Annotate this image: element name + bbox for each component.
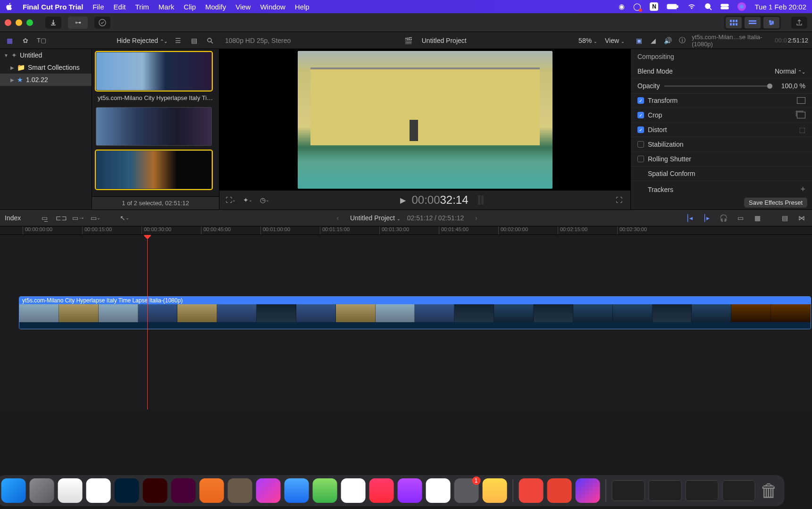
menu-clip[interactable]: Clip [184, 3, 196, 11]
retime-tool-icon[interactable]: ◷ ⌄ [259, 194, 270, 206]
checkbox-icon[interactable] [637, 97, 644, 104]
disclosure-icon[interactable]: ▶ [10, 77, 14, 83]
dock-music[interactable] [369, 478, 393, 503]
save-effects-preset-button[interactable]: Save Effects Preset [744, 198, 807, 208]
add-tracker-icon[interactable]: + [800, 184, 805, 194]
select-tool-icon[interactable]: ↖ ⌄ [119, 212, 130, 224]
checkbox-icon[interactable] [637, 156, 644, 162]
apple-icon[interactable] [6, 3, 13, 10]
info-inspector-icon[interactable]: ⓘ [678, 35, 687, 46]
enhance-tool-icon[interactable]: ✦ ⌄ [242, 194, 253, 206]
color-inspector-icon[interactable]: ◢ [649, 35, 659, 46]
dock-minimized-window[interactable] [648, 480, 681, 501]
keyword-button[interactable]: ⊶ [68, 17, 88, 29]
spotlight-icon[interactable] [704, 3, 712, 10]
dock-maps[interactable] [312, 478, 337, 503]
play-button[interactable]: ▶ [400, 196, 406, 205]
clip-thumbnail[interactable] [96, 107, 212, 146]
timeline-body[interactable]: yt5s.com-Milano City Hyperlapse Italy Ti… [0, 235, 812, 409]
dock-notes[interactable] [482, 478, 507, 503]
index-button[interactable]: Index [5, 214, 21, 222]
blend-mode-value[interactable]: Normal ⌃⌄ [775, 67, 805, 75]
effects-browser-icon[interactable]: ▦ [752, 212, 763, 224]
inspector-toggle[interactable] [763, 17, 779, 28]
insert-clip-icon[interactable]: ⊏⊐ [56, 212, 67, 224]
battery-icon[interactable] [667, 3, 679, 10]
wifi-icon[interactable] [687, 3, 696, 10]
checkbox-icon[interactable] [637, 141, 644, 148]
dock-launchpad[interactable] [29, 478, 54, 503]
import-button[interactable] [45, 17, 61, 29]
transitions-browser-icon[interactable]: ⋈ [796, 212, 807, 224]
dock-finder[interactable] [1, 478, 25, 503]
dock-anydesk[interactable] [519, 478, 543, 503]
dock-messenger[interactable] [256, 478, 280, 503]
opacity-slider[interactable] [664, 85, 772, 87]
timeline-appearance-icon[interactable]: ▤ [779, 212, 790, 224]
video-inspector-icon[interactable]: ▣ [634, 35, 644, 46]
clapperboard-icon[interactable]: 🎬 [403, 35, 414, 46]
dock-todoist[interactable] [547, 478, 571, 503]
dock-minimized-window[interactable] [611, 480, 645, 501]
inspector-row-rolling-shutter[interactable]: Rolling Shutter [631, 152, 812, 167]
timeline-back-icon[interactable]: ‹ [332, 212, 343, 224]
disclosure-icon[interactable]: ▼ [4, 53, 8, 58]
app-name[interactable]: Final Cut Pro Trial [23, 3, 83, 11]
dock-safari[interactable] [58, 478, 82, 503]
timeline-toggle[interactable] [745, 17, 761, 28]
overwrite-clip-icon[interactable]: ▭ ⌄ [90, 212, 101, 224]
timeline-ruler[interactable]: 00:00:00:0000:00:15:0000:00:30:0000:00:4… [0, 226, 812, 235]
inspector-row-spatial[interactable]: Spatial Conform [631, 167, 812, 181]
timeline-project-name[interactable]: Untitled Project ⌄ [350, 214, 401, 222]
creative-cloud-icon[interactable]: ◯ [633, 2, 641, 11]
titles-icon[interactable]: T▢ [36, 35, 47, 46]
view-menu[interactable]: View ⌄ [605, 37, 625, 44]
checkbox-icon[interactable] [637, 126, 644, 133]
share-button[interactable] [791, 17, 807, 29]
opacity-value[interactable]: 100,0 % [777, 82, 805, 90]
control-center-icon[interactable] [720, 4, 729, 9]
dock-photoshop[interactable] [114, 478, 139, 503]
close-window[interactable] [5, 19, 11, 26]
siri-icon[interactable] [737, 2, 746, 11]
viewer-zoom[interactable]: 58% ⌄ [578, 37, 597, 44]
notion-icon[interactable]: N [650, 2, 658, 11]
audio-skimming-icon[interactable]: ⎮▸ [701, 212, 712, 224]
dock-minimized-window[interactable] [722, 480, 755, 501]
dock-illustrator[interactable] [142, 478, 167, 503]
playhead[interactable] [147, 235, 148, 409]
disclosure-icon[interactable]: ▶ [10, 65, 14, 70]
inspector-row-trackers[interactable]: Trackers + [631, 181, 812, 195]
rect-icon[interactable] [797, 97, 805, 104]
crop-icon[interactable] [797, 112, 805, 118]
clip-thumbnail[interactable] [96, 150, 212, 189]
connect-clip-icon[interactable]: ▭̲ [39, 212, 50, 224]
distort-icon[interactable]: ⬚ [799, 126, 805, 134]
browser-toggle[interactable] [726, 17, 742, 28]
viewer-timecode[interactable]: 00:0032:14 [411, 193, 468, 207]
inspector-row-transform[interactable]: Transform [631, 93, 812, 108]
clip-appearance-icon[interactable]: ☰ [172, 35, 184, 46]
transform-tool-icon[interactable]: ⛶ ⌄ [225, 194, 236, 206]
viewer-canvas[interactable] [219, 49, 630, 191]
menu-help[interactable]: Help [295, 3, 310, 11]
inspector-row-crop[interactable]: Crop [631, 108, 812, 123]
sidebar-item-smart[interactable]: ▶ 📁 Smart Collections [0, 61, 92, 74]
dock-finalcut[interactable] [575, 478, 600, 503]
audio-inspector-icon[interactable]: 🔊 [663, 35, 673, 46]
clip-thumbnail[interactable] [96, 52, 212, 91]
menubar-clock[interactable]: Tue 1 Feb 20:02 [754, 3, 806, 11]
dock-photos[interactable] [341, 478, 365, 503]
append-clip-icon[interactable]: ▭→ [73, 212, 84, 224]
photos-media-icon[interactable]: ✿ [20, 35, 31, 46]
inspector-row-stabilization[interactable]: Stabilization [631, 137, 812, 152]
skimming-icon[interactable]: ⎮◂ [684, 212, 695, 224]
menu-mark[interactable]: Mark [159, 3, 174, 11]
minimize-window[interactable] [16, 19, 22, 26]
record-icon[interactable]: ◉ [619, 2, 625, 11]
filter-dropdown[interactable]: Hide Rejected ⌃⌄ [117, 37, 167, 44]
dock-numbers[interactable] [426, 478, 450, 503]
checkbox-icon[interactable] [637, 112, 644, 118]
menu-modify[interactable]: Modify [205, 3, 226, 11]
dock-trash[interactable]: 🗑 [759, 478, 779, 503]
